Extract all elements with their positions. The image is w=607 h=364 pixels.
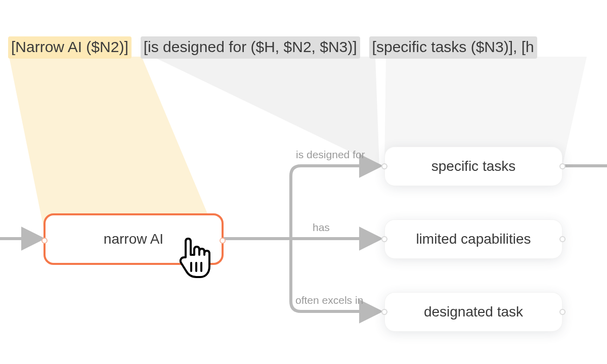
diagram-canvas[interactable]: [Narrow AI ($N2)] [is designed for ($H, … <box>0 0 607 364</box>
node-limited-capabilities[interactable]: limited capabilities <box>384 219 562 259</box>
port-right[interactable] <box>220 238 226 244</box>
token-specific-tasks[interactable]: [specific tasks ($N3)], [h <box>369 36 537 59</box>
token-strip: [Narrow AI ($N2)] [is designed for ($H, … <box>8 36 537 59</box>
node-label: designated task <box>424 304 523 320</box>
port-right[interactable] <box>559 236 566 242</box>
port-left[interactable] <box>381 309 387 315</box>
port-right[interactable] <box>559 309 566 315</box>
port-right[interactable] <box>559 163 566 169</box>
node-specific-tasks[interactable]: specific tasks <box>384 147 562 186</box>
node-designated-task[interactable]: designated task <box>384 292 562 332</box>
edge-label-has: has <box>313 221 330 234</box>
port-left[interactable] <box>381 236 387 242</box>
svg-marker-0 <box>9 57 218 238</box>
token-narrow-ai[interactable]: [Narrow AI ($N2)] <box>8 36 132 59</box>
node-narrow-ai[interactable]: narrow AI <box>44 213 224 265</box>
edge-label-designed-for: is designed for <box>296 149 365 161</box>
port-left[interactable] <box>41 238 48 244</box>
node-label: narrow AI <box>104 231 163 247</box>
node-label: specific tasks <box>431 158 516 174</box>
token-designed-for[interactable]: [is designed for ($H, $N2, $N3)] <box>141 36 360 59</box>
edge-label-excels: often excels in <box>295 294 363 306</box>
node-label: limited capabilities <box>416 231 531 247</box>
port-left[interactable] <box>381 163 387 169</box>
